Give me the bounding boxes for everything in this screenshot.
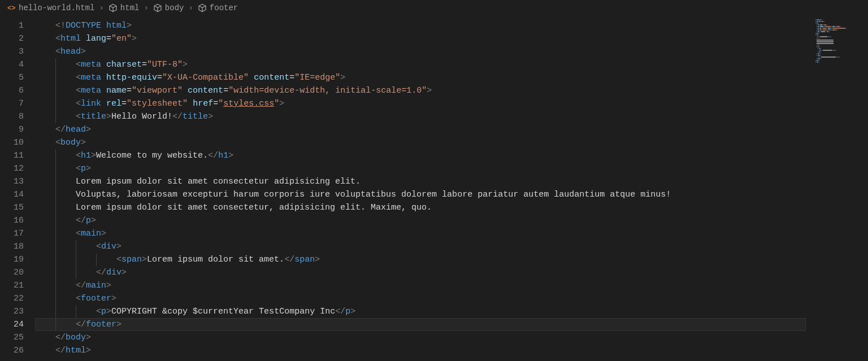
code-line[interactable]: </p> [35, 214, 806, 227]
line-number[interactable]: 17 [0, 227, 24, 240]
line-number[interactable]: 15 [0, 201, 24, 214]
chevron-right-icon: › [144, 3, 148, 12]
line-number[interactable]: 16 [0, 214, 24, 227]
breadcrumb-node-html[interactable]: html [108, 3, 140, 12]
line-number[interactable]: 18 [0, 240, 24, 253]
line-number[interactable]: 25 [0, 331, 24, 344]
code-line[interactable]: Lorem ipsum dolor sit amet consectetur a… [35, 175, 806, 188]
code-line[interactable]: <span>Lorem ipsum dolor sit amet.</span> [35, 253, 806, 266]
line-number[interactable]: 26 [0, 344, 24, 357]
code-line[interactable]: <p> [35, 162, 806, 175]
breadcrumb-file[interactable]: <> hello-world.html [7, 3, 94, 12]
code-line[interactable]: <p>COPYRIGHT &copy $currentYear TestComp… [35, 305, 806, 318]
code-line[interactable]: <meta name="viewport" content="width=dev… [35, 84, 806, 97]
line-number[interactable]: 10 [0, 136, 24, 149]
code-line[interactable]: Voluptas, laboriosam excepturi harum cor… [35, 188, 806, 201]
line-number[interactable]: 11 [0, 149, 24, 162]
breadcrumb-node-body[interactable]: body [153, 3, 184, 12]
minimap[interactable] [806, 16, 868, 361]
line-number[interactable]: 7 [0, 97, 24, 110]
line-number[interactable]: 5 [0, 71, 24, 84]
line-number[interactable]: 12 [0, 162, 24, 175]
breadcrumb-label: footer [210, 3, 238, 12]
code-area[interactable]: <!DOCTYPE html> <html lang="en"> <head> … [35, 16, 806, 361]
line-number[interactable]: 4 [0, 58, 24, 71]
line-number[interactable]: 20 [0, 266, 24, 279]
code-line[interactable]: <link rel="stylesheet" href="styles.css"… [35, 97, 806, 110]
breadcrumb[interactable]: <> hello-world.html › html › body › foot… [0, 0, 868, 16]
code-line[interactable]: </main> [35, 279, 806, 292]
line-number[interactable]: 21 [0, 279, 24, 292]
symbol-icon [153, 3, 162, 12]
line-number[interactable]: 3 [0, 45, 24, 58]
code-line[interactable]: <div> [35, 240, 806, 253]
code-line[interactable]: <title>Hello World!</title> [35, 110, 806, 123]
code-line[interactable]: <html lang="en"> [35, 32, 806, 45]
line-number[interactable]: 2 [0, 32, 24, 45]
line-number[interactable]: 22 [0, 292, 24, 305]
editor: 1234567891011121314151617181920212223242… [0, 16, 868, 361]
code-line[interactable]: </html> [35, 344, 806, 357]
code-line[interactable]: </head> [35, 123, 806, 136]
symbol-icon [108, 3, 118, 12]
code-line[interactable]: <!DOCTYPE html> [35, 19, 806, 32]
svg-text:<>: <> [7, 5, 15, 12]
code-line[interactable]: </div> [35, 266, 806, 279]
code-line[interactable]: </footer> [35, 318, 806, 331]
code-line[interactable]: <body> [35, 136, 806, 149]
code-line[interactable]: <footer> [35, 292, 806, 305]
code-line[interactable]: <meta charset="UTF-8"> [35, 58, 806, 71]
line-number[interactable]: 14 [0, 188, 24, 201]
code-line[interactable]: <head> [35, 45, 806, 58]
chevron-right-icon: › [99, 3, 103, 12]
code-line[interactable]: <h1>Welcome to my website.</h1> [35, 149, 806, 162]
symbol-icon [198, 3, 207, 12]
breadcrumb-label: html [120, 3, 140, 12]
line-number[interactable]: 1 [0, 19, 24, 32]
code-line[interactable]: Lorem ipsum dolor sit amet consectetur, … [35, 201, 806, 214]
code-line[interactable]: <meta http-equiv="X-UA-Compatible" conte… [35, 71, 806, 84]
line-number-gutter[interactable]: 1234567891011121314151617181920212223242… [0, 16, 35, 361]
breadcrumb-label: body [165, 3, 184, 12]
breadcrumb-file-label: hello-world.html [19, 3, 94, 12]
html-file-icon: <> [7, 3, 16, 12]
code-line[interactable]: </body> [35, 331, 806, 344]
code-line[interactable]: <main> [35, 227, 806, 240]
line-number[interactable]: 24 [0, 318, 24, 331]
chevron-right-icon: › [188, 3, 193, 12]
line-number[interactable]: 13 [0, 175, 24, 188]
line-number[interactable]: 19 [0, 253, 24, 266]
line-number[interactable]: 6 [0, 84, 24, 97]
line-number[interactable]: 23 [0, 305, 24, 318]
line-number[interactable]: 9 [0, 123, 24, 136]
line-number[interactable]: 8 [0, 110, 24, 123]
breadcrumb-node-footer[interactable]: footer [198, 3, 238, 12]
